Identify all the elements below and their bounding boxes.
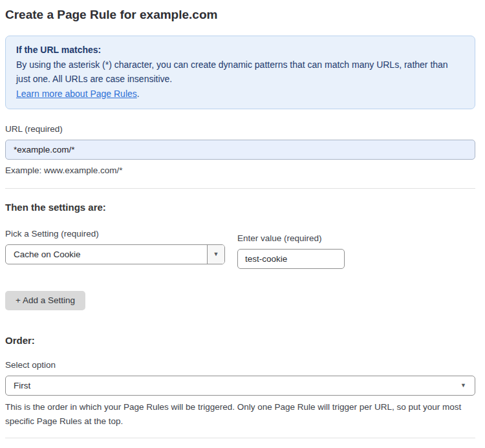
add-setting-button[interactable]: + Add a Setting <box>5 291 85 310</box>
order-heading: Order: <box>5 335 475 346</box>
chevron-down-icon: ▼ <box>460 383 466 389</box>
pick-setting-dropdown[interactable]: Cache on Cookie ▼ <box>5 244 225 264</box>
order-select[interactable]: First ▼ <box>5 376 475 396</box>
order-selected-value: First <box>6 376 475 395</box>
pick-setting-label: Pick a Setting (required) <box>5 229 225 239</box>
info-box-body: By using the asterisk (*) character, you… <box>16 58 464 87</box>
order-help-text: This is the order in which your Page Rul… <box>5 400 475 429</box>
setting-value-input[interactable] <box>237 249 345 269</box>
link-suffix: . <box>137 89 140 99</box>
url-match-info-box: If the URL matches: By using the asteris… <box>5 36 475 109</box>
page-rule-form: Create a Page Rule for example.com If th… <box>0 8 485 448</box>
url-input[interactable] <box>5 140 475 160</box>
pick-setting-selected-value: Cache on Cookie <box>6 245 207 264</box>
learn-more-link[interactable]: Learn more about Page Rules <box>16 89 137 99</box>
setting-row: Pick a Setting (required) Cache on Cooki… <box>5 229 475 269</box>
order-select-label: Select option <box>5 360 475 370</box>
footer-divider <box>5 438 475 438</box>
enter-value-label: Enter value (required) <box>237 233 345 244</box>
settings-heading: Then the settings are: <box>5 202 475 213</box>
chevron-down-icon: ▼ <box>213 251 219 257</box>
url-field-label: URL (required) <box>5 124 475 134</box>
url-example-text: Example: www.example.com/* <box>5 164 475 178</box>
info-box-link-line: Learn more about Page Rules. <box>16 87 464 101</box>
page-title: Create a Page Rule for example.com <box>5 8 475 22</box>
section-divider <box>5 188 475 189</box>
dropdown-arrow-button[interactable]: ▼ <box>207 245 224 264</box>
enter-value-column: Enter value (required) <box>237 233 345 269</box>
info-box-heading: If the URL matches: <box>16 43 464 58</box>
pick-setting-column: Pick a Setting (required) Cache on Cooki… <box>5 229 225 269</box>
